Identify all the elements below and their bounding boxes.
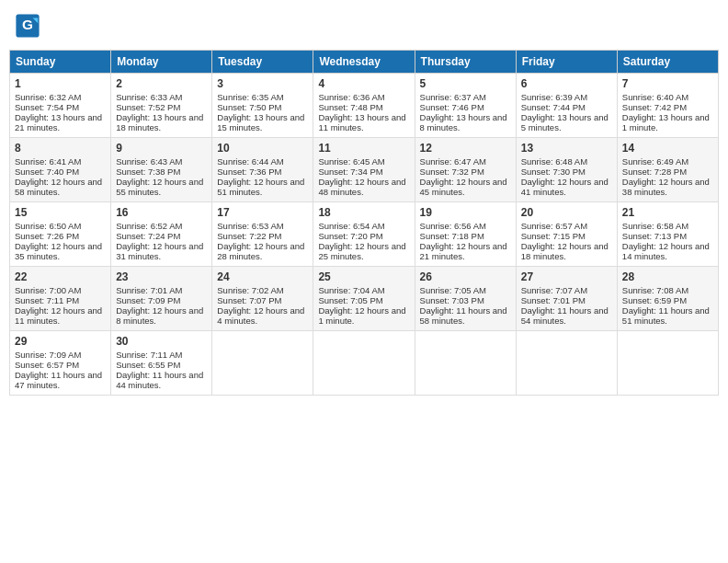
daylight-text: Daylight: 11 hours and 54 minutes. — [521, 305, 609, 326]
calendar-cell: 6Sunrise: 6:39 AMSunset: 7:44 PMDaylight… — [516, 74, 617, 138]
daylight-text: Daylight: 13 hours and 21 minutes. — [15, 112, 102, 132]
calendar-cell: 21Sunrise: 6:58 AMSunset: 7:13 PMDayligh… — [617, 202, 718, 267]
sunset-text: Sunset: 7:48 PM — [318, 102, 382, 112]
calendar-cell: 8Sunrise: 6:41 AMSunset: 7:40 PMDaylight… — [10, 138, 111, 202]
daylight-text: Daylight: 12 hours and 14 minutes. — [622, 241, 710, 261]
weekday-header-wednesday: Wednesday — [313, 51, 415, 74]
daylight-text: Daylight: 12 hours and 31 minutes. — [116, 241, 203, 261]
calendar-cell: 18Sunrise: 6:54 AMSunset: 7:20 PMDayligh… — [313, 202, 415, 267]
sunrise-text: Sunrise: 7:05 AM — [420, 285, 486, 295]
weekday-header-monday: Monday — [111, 51, 212, 74]
sunset-text: Sunset: 6:59 PM — [622, 295, 687, 305]
sunrise-text: Sunrise: 6:57 AM — [521, 221, 587, 231]
sunrise-text: Sunrise: 6:47 AM — [420, 156, 486, 167]
calendar-header: G — [9, 9, 719, 42]
sunset-text: Sunset: 7:32 PM — [420, 167, 484, 177]
calendar-cell: 28Sunrise: 7:08 AMSunset: 6:59 PMDayligh… — [617, 267, 718, 331]
calendar-cell: 5Sunrise: 6:37 AMSunset: 7:46 PMDaylight… — [415, 74, 516, 138]
calendar-cell: 2Sunrise: 6:33 AMSunset: 7:52 PMDaylight… — [111, 74, 212, 138]
calendar-cell: 12Sunrise: 6:47 AMSunset: 7:32 PMDayligh… — [415, 138, 516, 202]
day-number: 11 — [318, 142, 409, 155]
sunset-text: Sunset: 7:20 PM — [318, 231, 382, 241]
calendar-cell — [516, 331, 617, 396]
day-number: 14 — [622, 142, 713, 155]
logo-icon: G — [15, 13, 40, 39]
sunset-text: Sunset: 7:34 PM — [318, 167, 382, 177]
sunset-text: Sunset: 7:54 PM — [15, 102, 79, 112]
daylight-text: Daylight: 13 hours and 5 minutes. — [521, 112, 609, 132]
sunset-text: Sunset: 7:13 PM — [622, 231, 687, 241]
daylight-text: Daylight: 12 hours and 18 minutes. — [521, 241, 609, 261]
svg-text:G: G — [22, 17, 33, 32]
day-number: 29 — [15, 335, 106, 348]
sunset-text: Sunset: 7:15 PM — [521, 231, 586, 241]
weekday-header-row: SundayMondayTuesdayWednesdayThursdayFrid… — [10, 51, 719, 74]
sunrise-text: Sunrise: 6:39 AM — [521, 92, 587, 102]
day-number: 23 — [116, 270, 207, 283]
calendar-cell: 17Sunrise: 6:53 AMSunset: 7:22 PMDayligh… — [212, 202, 313, 267]
day-number: 3 — [217, 77, 308, 90]
logo: G — [15, 13, 42, 39]
sunset-text: Sunset: 7:26 PM — [15, 231, 79, 241]
calendar-cell: 26Sunrise: 7:05 AMSunset: 7:03 PMDayligh… — [415, 267, 516, 331]
calendar-table: SundayMondayTuesdayWednesdayThursdayFrid… — [9, 50, 719, 396]
weekday-header-tuesday: Tuesday — [212, 51, 313, 74]
sunrise-text: Sunrise: 6:43 AM — [116, 156, 182, 167]
sunset-text: Sunset: 7:44 PM — [521, 102, 586, 112]
sunset-text: Sunset: 7:18 PM — [420, 231, 484, 241]
day-number: 25 — [318, 270, 409, 283]
calendar-cell: 29Sunrise: 7:09 AMSunset: 6:57 PMDayligh… — [10, 331, 111, 396]
sunrise-text: Sunrise: 6:53 AM — [217, 221, 283, 231]
calendar-page: G SundayMondayTuesdayWednesdayThursdayFr… — [0, 0, 728, 563]
week-row-3: 15Sunrise: 6:50 AMSunset: 7:26 PMDayligh… — [10, 202, 719, 267]
daylight-text: Daylight: 12 hours and 1 minute. — [318, 305, 405, 326]
sunrise-text: Sunrise: 6:37 AM — [420, 92, 486, 102]
daylight-text: Daylight: 12 hours and 48 minutes. — [318, 177, 405, 197]
sunset-text: Sunset: 7:05 PM — [318, 295, 382, 305]
calendar-cell: 3Sunrise: 6:35 AMSunset: 7:50 PMDaylight… — [212, 74, 313, 138]
sunrise-text: Sunrise: 7:02 AM — [217, 285, 283, 295]
daylight-text: Daylight: 11 hours and 47 minutes. — [15, 370, 102, 390]
daylight-text: Daylight: 12 hours and 28 minutes. — [217, 241, 304, 261]
sunset-text: Sunset: 7:24 PM — [116, 231, 180, 241]
daylight-text: Daylight: 12 hours and 11 minutes. — [15, 305, 102, 326]
sunset-text: Sunset: 7:52 PM — [116, 102, 180, 112]
calendar-cell: 25Sunrise: 7:04 AMSunset: 7:05 PMDayligh… — [313, 267, 415, 331]
sunset-text: Sunset: 7:40 PM — [15, 167, 79, 177]
day-number: 15 — [15, 206, 106, 219]
sunrise-text: Sunrise: 6:49 AM — [622, 156, 688, 167]
calendar-cell: 15Sunrise: 6:50 AMSunset: 7:26 PMDayligh… — [10, 202, 111, 267]
calendar-cell — [617, 331, 718, 396]
sunrise-text: Sunrise: 6:54 AM — [318, 221, 384, 231]
day-number: 16 — [116, 206, 207, 219]
calendar-cell: 14Sunrise: 6:49 AMSunset: 7:28 PMDayligh… — [617, 138, 718, 202]
weekday-header-thursday: Thursday — [415, 51, 516, 74]
sunrise-text: Sunrise: 6:48 AM — [521, 156, 587, 167]
sunset-text: Sunset: 7:38 PM — [116, 167, 180, 177]
sunset-text: Sunset: 7:36 PM — [217, 167, 281, 177]
calendar-cell: 24Sunrise: 7:02 AMSunset: 7:07 PMDayligh… — [212, 267, 313, 331]
daylight-text: Daylight: 12 hours and 51 minutes. — [217, 177, 304, 197]
day-number: 7 — [622, 77, 713, 90]
sunset-text: Sunset: 6:57 PM — [15, 360, 79, 370]
week-row-1: 1Sunrise: 6:32 AMSunset: 7:54 PMDaylight… — [10, 74, 719, 138]
sunset-text: Sunset: 7:07 PM — [217, 295, 281, 305]
calendar-cell — [415, 331, 516, 396]
calendar-cell: 9Sunrise: 6:43 AMSunset: 7:38 PMDaylight… — [111, 138, 212, 202]
sunrise-text: Sunrise: 7:08 AM — [622, 285, 688, 295]
sunrise-text: Sunrise: 6:36 AM — [318, 92, 384, 102]
day-number: 5 — [420, 77, 511, 90]
day-number: 8 — [15, 142, 106, 155]
daylight-text: Daylight: 11 hours and 44 minutes. — [116, 370, 203, 390]
day-number: 20 — [521, 206, 612, 219]
sunrise-text: Sunrise: 6:50 AM — [15, 221, 81, 231]
day-number: 6 — [521, 77, 612, 90]
sunrise-text: Sunrise: 6:44 AM — [217, 156, 283, 167]
daylight-text: Daylight: 13 hours and 1 minute. — [622, 112, 710, 132]
calendar-cell: 23Sunrise: 7:01 AMSunset: 7:09 PMDayligh… — [111, 267, 212, 331]
day-number: 2 — [116, 77, 207, 90]
sunrise-text: Sunrise: 7:09 AM — [15, 350, 81, 360]
sunset-text: Sunset: 7:11 PM — [15, 295, 79, 305]
day-number: 19 — [420, 206, 511, 219]
calendar-cell: 11Sunrise: 6:45 AMSunset: 7:34 PMDayligh… — [313, 138, 415, 202]
